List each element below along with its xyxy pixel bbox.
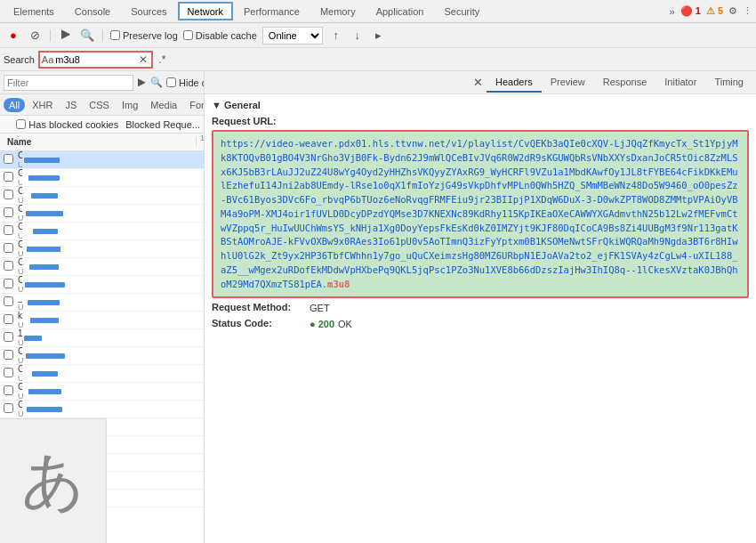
export-icon[interactable]: ↓ [350, 28, 366, 44]
row-name-label: CokAlalrVGNwFmdHWl0tqKq...URL [16, 346, 24, 365]
row-waterfall-bar [24, 190, 202, 202]
overflow-icon[interactable]: » [670, 6, 675, 17]
network-list-item[interactable]: 1URL [0, 329, 204, 347]
right-tab-headers[interactable]: Headers [487, 73, 542, 93]
subtab-xhr[interactable]: XHR [27, 98, 58, 112]
request-method-value: GET [310, 302, 330, 315]
more-menu-icon[interactable]: ⋮ [743, 5, 752, 17]
tab-sources[interactable]: Sources [121, 2, 176, 20]
hide-urls-label[interactable]: Hide data URLs [166, 77, 205, 88]
throttle-select[interactable]: Online Fast 3G Slow 3G Offline [262, 27, 323, 45]
name-col-header: Name [4, 137, 197, 147]
filter-button[interactable]: ⯈ [58, 28, 74, 44]
tab-network[interactable]: Network [178, 2, 233, 20]
right-tab-initiator[interactable]: Initiator [655, 73, 705, 93]
left-sub-toolbar: ⯈ 🔍 Hide data URLs [0, 71, 204, 94]
settings-icon[interactable]: ⚙ [728, 5, 737, 17]
row-checkbox[interactable] [0, 385, 16, 397]
tab-application[interactable]: Application [366, 2, 434, 20]
record-button[interactable]: ● [5, 28, 21, 44]
tab-performance[interactable]: Performance [234, 2, 310, 20]
request-url-value[interactable]: https://video-weaver.pdx01.hls.ttvnw.net… [212, 130, 749, 298]
right-tab-response[interactable]: Response [594, 73, 656, 93]
network-list-item[interactable]: CvsECJI2hOI-5UL-VkqVJy6r...URL [0, 187, 204, 205]
search-input[interactable] [55, 54, 135, 65]
search-regex-btn[interactable]: .* [157, 53, 167, 66]
row-checkbox[interactable] [0, 172, 16, 183]
status-code-label: Status Code: [212, 318, 310, 328]
tab-elements[interactable]: Elements [4, 2, 64, 20]
network-list-item[interactable]: CvQEr-uuWS9QlaTREsIsqUe...URL ...eaver.p… [0, 365, 204, 383]
row-name-label: CvsEEFVd_5rhMld1o9Pf4hw...URL [16, 275, 24, 294]
row-checkbox[interactable] [0, 332, 16, 344]
network-list-item[interactable]: CokAlalrVGNwFmdHWl0tqKq...URL ...eaver.p… [0, 151, 204, 169]
image-preview-overlay: あ [0, 418, 107, 543]
import-icon[interactable]: ↑ [328, 28, 344, 44]
preserve-log-label[interactable]: Preserve log [110, 30, 178, 41]
network-list-item[interactable]: CvQEr-uuWS9QlaTREsIsqUe...URL ...eaver.p… [0, 169, 204, 187]
subtab-all[interactable]: All [4, 98, 25, 112]
row-checkbox[interactable] [0, 190, 16, 201]
network-list-item[interactable]: CvsEa5spWaIYO58gCiKqAu...URL [0, 383, 204, 401]
row-waterfall-bar [24, 403, 202, 416]
row-waterfall-bar [24, 207, 202, 220]
network-list-item[interactable]: CvQEr-uuWS9QlaTREsIsqUe...URL [0, 258, 204, 276]
row-checkbox[interactable] [0, 207, 16, 219]
subtab-media[interactable]: Media [145, 98, 182, 112]
has-blocked-label[interactable]: Has blocked cookies [16, 119, 118, 130]
search-button[interactable]: 🔍 [79, 28, 95, 44]
tab-security[interactable]: Security [434, 2, 489, 20]
network-list-item[interactable]: CvQEr-uuWS9QlaTREsIsqUe...URL ...eaver.p… [0, 223, 204, 240]
disable-cache-checkbox[interactable] [183, 30, 193, 40]
row-checkbox[interactable] [0, 225, 16, 237]
filter-funnel-icon[interactable]: ⯈ [137, 77, 147, 88]
top-tabs-right: » 🔴 1 ⚠ 5 ⚙ ⋮ [670, 5, 753, 17]
row-waterfall-bar [24, 350, 202, 362]
subtab-js[interactable]: JS [60, 98, 82, 112]
search-filter-icon[interactable]: 🔍 [150, 77, 163, 88]
has-blocked-checkbox[interactable] [16, 119, 26, 129]
network-list-item[interactable]: CvsETCRAM30K4dpkXzJLPe...URL [0, 401, 204, 418]
row-checkbox[interactable] [0, 296, 16, 308]
row-checkbox[interactable] [0, 403, 16, 415]
right-tab-timing[interactable]: Timing [705, 73, 752, 93]
network-list-item[interactable]: CokAlalrVGNwFmdHWl0tqKq...URL [0, 205, 204, 223]
row-waterfall-bar [24, 225, 202, 238]
general-section-title: ▼ General [212, 100, 749, 110]
row-name-label: CvQEr-uuWS9QlaTREsIsqUe...URL [16, 257, 24, 276]
right-tab-preview[interactable]: Preview [542, 73, 594, 93]
row-checkbox[interactable] [0, 368, 16, 379]
network-list-item[interactable]: CokAlalrVGNwFmdHWl0tqKq...URL [0, 347, 204, 365]
row-waterfall-bar [24, 279, 202, 291]
tab-console[interactable]: Console [65, 2, 120, 20]
row-checkbox[interactable] [0, 243, 16, 255]
tab-memory[interactable]: Memory [310, 2, 366, 20]
subtab-font[interactable]: Font [184, 98, 205, 112]
network-toolbar: ● ⊘ ⯈ 🔍 Preserve log Disable cache Onlin… [0, 23, 756, 48]
network-list-item[interactable]: key_live_jgBdao5vVtyZ3hdclx...URL [0, 312, 204, 329]
network-list-item[interactable]: CvsEEFVd_5rhMld1o9Pf4hw...URL [0, 276, 204, 294]
more-toolbar-icon[interactable]: ▸ [371, 28, 387, 44]
network-list-item[interactable]: CvsEa5spWaIYO58gCiKqAu...URL [0, 240, 204, 258]
status-code-row: Status Code: ● 200 OK [212, 318, 749, 331]
stop-button[interactable]: ⊘ [27, 28, 43, 44]
filter-input[interactable] [4, 75, 133, 91]
status-code-value: ● 200 [310, 318, 334, 331]
row-name-label: 1URL [16, 328, 24, 347]
preserve-log-checkbox[interactable] [110, 30, 120, 40]
network-list-item[interactable]: _r?sdk=web2.56.0&_t=83870...URL [0, 294, 204, 312]
right-panel-close-icon[interactable]: ✕ [470, 76, 487, 89]
row-name-label: CvQEr-uuWS9QlaTREsIsqUe...URL ...eaver.p… [16, 364, 24, 383]
disable-cache-label[interactable]: Disable cache [183, 30, 257, 41]
hide-urls-checkbox[interactable] [166, 77, 176, 87]
search-clear-icon[interactable]: ✕ [137, 53, 149, 66]
row-checkbox[interactable] [0, 314, 16, 326]
row-checkbox[interactable] [0, 279, 16, 290]
row-checkbox[interactable] [0, 350, 16, 361]
subtab-img[interactable]: Img [117, 98, 143, 112]
status-ok-value: OK [338, 318, 352, 331]
row-checkbox[interactable] [0, 154, 16, 166]
subtab-css[interactable]: CSS [84, 98, 115, 112]
row-waterfall-bar [24, 243, 202, 255]
row-checkbox[interactable] [0, 261, 16, 272]
